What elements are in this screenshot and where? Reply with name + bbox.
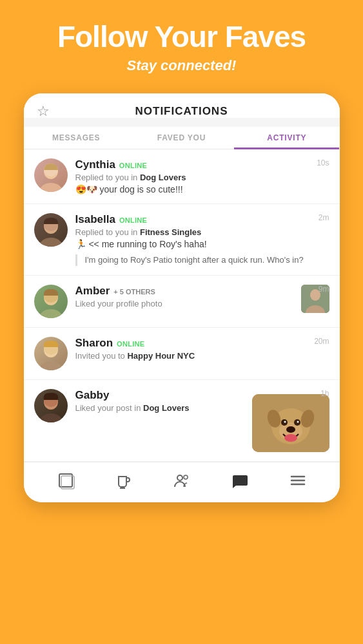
- notif-content-amber: Amber + 5 OTHERS Liked your profile phot…: [75, 285, 301, 310]
- timestamp-isabella: 2m: [319, 213, 329, 222]
- message-isabella: 🏃 << me running to Roy's haha!: [75, 239, 329, 249]
- others-badge-amber: + 5 OTHERS: [113, 288, 155, 296]
- svg-point-3: [39, 238, 63, 247]
- notification-item-cynthia[interactable]: Cynthia ONLINE Replied to you in Dog Lov…: [24, 149, 340, 204]
- timestamp-gabby: 1h: [320, 389, 329, 398]
- sub-isabella: Replied to you in Fitness Singles: [75, 227, 329, 237]
- notification-item-isabella[interactable]: Isabella ONLINE Replied to you in Fitnes…: [24, 204, 340, 276]
- name-cynthia: Cynthia: [75, 158, 115, 171]
- online-badge-sharon: ONLINE: [117, 340, 144, 348]
- svg-point-26: [297, 421, 299, 422]
- sub-gabby: Liked your post in Dog Lovers: [75, 403, 211, 413]
- blockquote-isabella: I'm going to Roy's Patio tonight after a…: [75, 254, 329, 266]
- name-sharon: Sharon: [75, 337, 113, 350]
- notif-content-sharon: Sharon ONLINE Invited you to Happy Hour …: [75, 337, 329, 363]
- phone-card: ☆ NOTIFICATIONS MESSAGES FAVED YOU ACTIV…: [24, 93, 340, 502]
- nav-cards-icon[interactable]: [57, 471, 75, 493]
- header-section: Follow Your Faves Stay connected!: [44, 0, 319, 87]
- avatar-amber: [34, 285, 68, 318]
- notification-item-sharon[interactable]: Sharon ONLINE Invited you to Happy Hour …: [24, 328, 340, 380]
- timestamp-sharon: 20m: [314, 337, 329, 346]
- tabs-bar: MESSAGES FAVED YOU ACTIVITY: [24, 127, 340, 149]
- avatar-sharon: [34, 337, 68, 370]
- post-image-gabby: [252, 394, 329, 452]
- name-amber: Amber: [75, 285, 110, 298]
- name-row-sharon: Sharon ONLINE: [75, 337, 329, 350]
- timestamp-cynthia: 10s: [317, 158, 329, 167]
- svg-point-32: [177, 475, 182, 480]
- tab-faved[interactable]: FAVED YOU: [129, 127, 234, 149]
- svg-point-27: [286, 426, 295, 433]
- tab-messages[interactable]: MESSAGES: [24, 127, 129, 149]
- notification-item-amber[interactable]: Amber + 5 OTHERS Liked your profile phot…: [24, 276, 340, 328]
- tab-activity[interactable]: ACTIVITY: [234, 127, 339, 149]
- name-isabella: Isabella: [75, 213, 115, 226]
- svg-point-15: [39, 413, 63, 422]
- sub-cynthia: Replied to you in Dog Lovers: [75, 173, 329, 182]
- notification-list: Cynthia ONLINE Replied to you in Dog Lov…: [24, 149, 340, 462]
- svg-point-1: [39, 183, 63, 192]
- star-icon[interactable]: ☆: [37, 103, 50, 120]
- notifications-title: NOTIFICATIONS: [135, 105, 228, 118]
- notif-content-cynthia: Cynthia ONLINE Replied to you in Dog Lov…: [75, 158, 329, 194]
- subtitle: Stay connected!: [57, 57, 306, 74]
- main-title: Follow Your Faves: [57, 21, 306, 53]
- name-row-isabella: Isabella ONLINE: [75, 213, 329, 226]
- avatar-isabella: [34, 213, 68, 247]
- name-gabby: Gabby: [75, 389, 110, 402]
- avatar-gabby: [34, 389, 68, 422]
- nav-menu-icon[interactable]: [289, 471, 307, 493]
- nav-chat-icon[interactable]: [231, 471, 249, 493]
- avatar-cynthia: [34, 158, 68, 192]
- online-badge-cynthia: ONLINE: [119, 162, 147, 169]
- name-row-cynthia: Cynthia ONLINE: [75, 158, 329, 171]
- notification-item-gabby[interactable]: Gabby Liked your post in Dog Lovers 1h: [24, 380, 340, 462]
- online-badge-isabella: ONLINE: [119, 216, 147, 224]
- nav-cup-icon[interactable]: [115, 471, 133, 493]
- svg-point-12: [39, 361, 63, 370]
- svg-point-33: [184, 475, 188, 479]
- svg-point-25: [284, 421, 286, 422]
- timestamp-amber: 9m: [319, 285, 329, 294]
- sub-sharon: Invited you to Happy Hour NYC: [75, 351, 329, 361]
- sub-amber: Liked your profile photo: [75, 299, 301, 308]
- nav-people-icon[interactable]: [173, 471, 191, 493]
- name-row-amber: Amber + 5 OTHERS: [75, 285, 301, 298]
- svg-point-6: [39, 309, 63, 318]
- notification-header: ☆ NOTIFICATIONS: [24, 93, 340, 118]
- notif-content-gabby: Gabby Liked your post in Dog Lovers: [75, 389, 211, 415]
- svg-point-28: [284, 434, 297, 442]
- message-cynthia: 😍🐶 your dog is so cute!!!: [75, 184, 329, 194]
- name-row-gabby: Gabby: [75, 389, 211, 402]
- notif-content-isabella: Isabella ONLINE Replied to you in Fitnes…: [75, 213, 329, 249]
- bottom-nav: [24, 462, 340, 502]
